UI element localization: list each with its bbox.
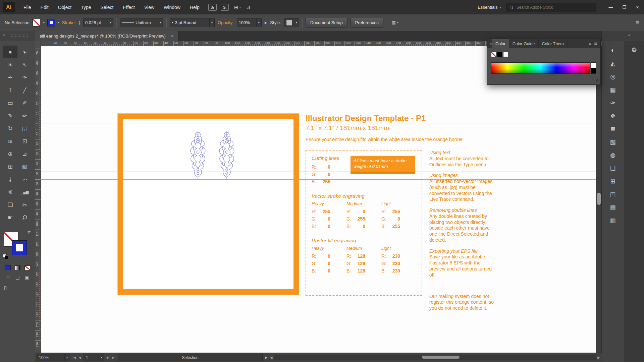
earring-design-right[interactable] — [215, 130, 238, 181]
vertical-scrollbar[interactable] — [596, 46, 602, 353]
hand-tool[interactable]: ☛ — [3, 211, 17, 224]
draw-inside-button[interactable]: ▣ — [23, 275, 31, 280]
pen-tool[interactable]: ✒ — [3, 71, 17, 84]
artboards-panel-icon[interactable]: ⊞ — [606, 176, 620, 187]
panel-cycle-icon[interactable]: ◇ — [487, 42, 492, 46]
chevron-down-icon[interactable]: ▾ — [99, 354, 102, 361]
color-themes-panel-icon[interactable]: ❂ — [632, 46, 637, 54]
stroke-swatch[interactable] — [12, 241, 26, 255]
color-mode-button[interactable] — [3, 264, 12, 271]
asset-export-panel-icon[interactable]: ◳ — [606, 189, 620, 200]
transparency-panel-icon[interactable]: ◍ — [606, 149, 620, 161]
stroke-panel-link[interactable]: Stroke: — [62, 20, 76, 25]
none-mode-button[interactable] — [23, 264, 32, 271]
color-spectrum-ramp[interactable] — [491, 62, 590, 74]
chevron-down-icon[interactable]: ▾ — [158, 18, 161, 27]
opacity-link[interactable]: Opacity: — [218, 20, 234, 25]
brush-definition-combo[interactable]: • 3 pt Round ▾ — [170, 18, 215, 27]
restore-button[interactable]: ❐ — [618, 0, 631, 14]
column-graph-tool[interactable]: ▁▄▇ — [17, 186, 32, 198]
gradient-mode-button[interactable] — [13, 264, 22, 271]
rectangle-tool[interactable]: ▭ — [3, 97, 17, 109]
appearance-panel-icon[interactable]: ◎ — [606, 71, 620, 82]
opacity-flyout-icon[interactable]: ▶ — [265, 21, 267, 24]
paintbrush-tool[interactable]: ✐ — [17, 97, 32, 109]
line-segment-tool[interactable]: ╱ — [17, 84, 32, 97]
tab-color-themes[interactable]: Color Them — [539, 39, 568, 48]
menu-edit[interactable]: Edit — [36, 5, 53, 10]
lasso-tool[interactable]: ∿ — [17, 58, 32, 71]
stroke-color-swatch[interactable] — [48, 19, 55, 26]
scroll-right-button[interactable]: ▶ — [597, 356, 600, 359]
arrange-documents-button[interactable]: ⊞ ▾ — [234, 4, 241, 10]
chevron-down-icon[interactable]: ▾ — [64, 354, 68, 361]
menu-select[interactable]: Select — [96, 5, 118, 10]
zoom-tool[interactable]: Ϙ — [17, 211, 32, 224]
menu-file[interactable]: File — [19, 5, 36, 10]
mesh-tool[interactable]: ⊞ — [3, 160, 17, 173]
fill-dropdown-icon[interactable]: ▾ — [43, 21, 45, 24]
panel-menu-icon[interactable]: ≣ — [594, 42, 597, 46]
slice-tool[interactable]: ✂ — [17, 198, 32, 211]
stepper-down-icon[interactable]: ▾ — [79, 23, 80, 25]
pencil-tool[interactable]: ✏ — [17, 109, 32, 122]
chevron-down-icon[interactable]: ▾ — [256, 18, 260, 27]
blend-tool[interactable]: ∾ — [17, 173, 32, 186]
collapse-tools-icon[interactable]: « — [3, 33, 5, 38]
default-fill-stroke-icon[interactable] — [3, 254, 8, 259]
tab-color-guide[interactable]: Color Guide — [509, 39, 539, 48]
status-flyout-icon[interactable]: ▶ — [265, 356, 268, 359]
width-tool[interactable]: ≋ — [3, 135, 17, 147]
chevron-down-icon[interactable]: ▾ — [294, 18, 297, 27]
last-artboard-button[interactable]: ▶| — [112, 356, 115, 359]
type-tool[interactable]: T — [3, 84, 17, 97]
horizontal-scrollbar-thumb[interactable] — [422, 356, 460, 359]
stroke-dropdown-icon[interactable]: ▾ — [58, 21, 59, 24]
stroke-weight-combo[interactable]: 0.028 pt ▾ — [83, 18, 113, 27]
shaper-tool[interactable]: ✎ — [3, 109, 17, 122]
menu-window[interactable]: Window — [159, 5, 185, 10]
direct-selection-tool[interactable]: ➣ — [17, 46, 32, 58]
status-field[interactable]: Selection — [118, 354, 263, 361]
layers-panel-icon[interactable]: ▤ — [606, 202, 620, 213]
opacity-combo[interactable]: 100% ▾ — [237, 18, 262, 27]
gradient-panel-icon[interactable]: ▧ — [606, 136, 620, 147]
artboard-tool[interactable]: ❏ — [3, 198, 17, 211]
selection-tool[interactable]: ➤ — [3, 46, 17, 58]
close-button[interactable]: ✕ — [631, 0, 644, 14]
minimize-button[interactable]: — — [604, 0, 618, 14]
white-swatch[interactable] — [503, 52, 508, 57]
free-transform-tool[interactable]: ⊡ — [17, 135, 32, 147]
previous-artboard-button[interactable]: ◀ — [78, 356, 81, 359]
document-tab[interactable]: alli earing designs 2_new.eps* @ 100% (R… — [35, 31, 178, 41]
swap-fill-stroke-icon[interactable]: ⇄ — [28, 230, 31, 234]
swatches-panel-icon[interactable]: ▦ — [606, 84, 620, 95]
stroke-panel-icon[interactable]: ≣ — [606, 123, 620, 134]
fill-color-swatch[interactable] — [33, 19, 40, 26]
shape-builder-tool[interactable]: ⊕ — [3, 147, 17, 160]
color-panel-icon[interactable]: ◐ — [606, 45, 620, 56]
first-artboard-button[interactable]: |◀ — [72, 356, 76, 359]
screen-mode-button[interactable]: ▯ — [4, 285, 7, 291]
rotate-tool[interactable]: ↻ — [3, 122, 17, 135]
draw-normal-button[interactable]: □ — [4, 275, 12, 280]
control-panel-menu-icon[interactable]: ≣ — [636, 20, 639, 25]
menu-effect[interactable]: Effect — [118, 5, 140, 10]
scroll-left-button[interactable]: ◀ — [270, 356, 273, 359]
chevron-down-icon[interactable]: ▾ — [108, 18, 111, 27]
symbol-sprayer-tool[interactable]: ※ — [3, 186, 17, 198]
white-black-ramp[interactable] — [591, 62, 596, 74]
earring-design-left[interactable] — [186, 130, 209, 181]
perspective-grid-tool[interactable]: ⊿ — [17, 147, 32, 160]
vertical-scrollbar-thumb[interactable] — [597, 193, 601, 205]
color-guide-panel-icon[interactable]: ◭ — [606, 58, 620, 69]
panel-resize-grip[interactable] — [596, 79, 599, 83]
menu-object[interactable]: Object — [53, 5, 76, 10]
horizontal-guide[interactable] — [41, 123, 596, 123]
black-swatch[interactable] — [497, 52, 502, 57]
next-artboard-button[interactable]: ▶ — [107, 356, 109, 359]
gpu-performance-button[interactable]: ⊿ — [246, 4, 251, 10]
adobe-stock-search[interactable] — [506, 3, 596, 12]
bridge-button[interactable]: Br — [208, 4, 217, 11]
preferences-button[interactable]: Preferences — [351, 18, 383, 27]
